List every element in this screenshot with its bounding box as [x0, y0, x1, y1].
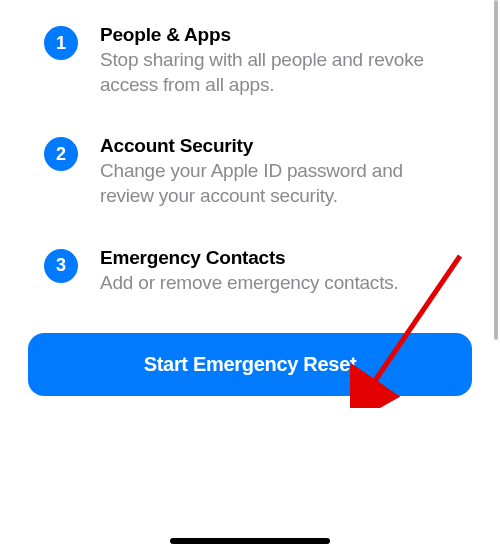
- step-item: 3 Emergency Contacts Add or remove emerg…: [44, 247, 468, 296]
- start-emergency-reset-button[interactable]: Start Emergency Reset: [28, 333, 472, 396]
- steps-list: 1 People & Apps Stop sharing with all pe…: [0, 0, 500, 295]
- home-indicator[interactable]: [170, 538, 330, 544]
- step-description: Stop sharing with all people and revoke …: [100, 48, 438, 97]
- scrollbar[interactable]: [494, 0, 498, 340]
- step-item: 1 People & Apps Stop sharing with all pe…: [44, 24, 468, 97]
- step-content: People & Apps Stop sharing with all peop…: [100, 24, 468, 97]
- step-number-badge: 3: [44, 249, 78, 283]
- step-content: Account Security Change your Apple ID pa…: [100, 135, 468, 208]
- step-title: Emergency Contacts: [100, 247, 438, 269]
- step-description: Add or remove emergency contacts.: [100, 271, 438, 296]
- step-description: Change your Apple ID password and review…: [100, 159, 438, 208]
- step-item: 2 Account Security Change your Apple ID …: [44, 135, 468, 208]
- step-content: Emergency Contacts Add or remove emergen…: [100, 247, 468, 296]
- step-title: People & Apps: [100, 24, 438, 46]
- step-title: Account Security: [100, 135, 438, 157]
- step-number-badge: 2: [44, 137, 78, 171]
- step-number-badge: 1: [44, 26, 78, 60]
